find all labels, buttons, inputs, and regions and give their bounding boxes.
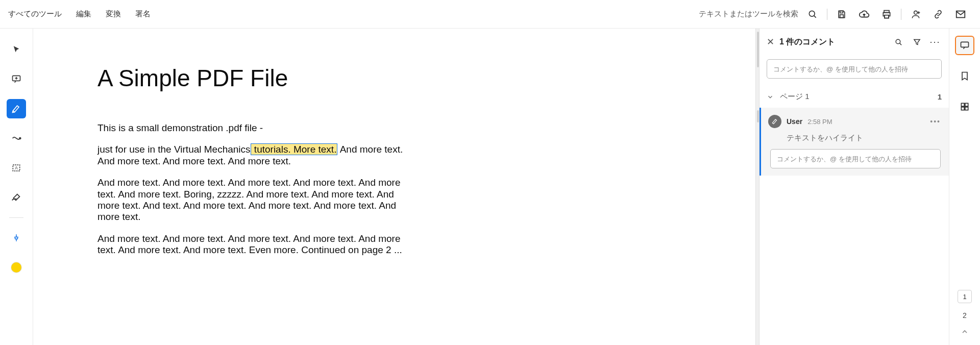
document-paragraph-1: This is a small demonstration .pdf file …	[97, 122, 414, 134]
select-tool-icon[interactable]	[7, 40, 26, 59]
top-toolbar: すべてのツール 編集 変換 署名 テキストまたはツールを検索	[0, 0, 980, 29]
svg-rect-19	[961, 103, 964, 106]
svg-line-17	[899, 43, 901, 45]
filter-icon[interactable]	[910, 35, 923, 48]
comment-more-icon[interactable]: •••	[930, 117, 941, 126]
svg-point-6	[914, 11, 918, 14]
document-paragraph-4: And more text. And more text. And more t…	[97, 233, 414, 256]
document-paragraph-2: just for use in the Virtual Mechanics tu…	[97, 144, 414, 167]
document-view[interactable]: A Simple PDF File This is a small demons…	[33, 29, 755, 345]
svg-point-16	[896, 39, 900, 44]
chevron-down-icon	[767, 93, 774, 101]
color-swatch[interactable]	[7, 258, 26, 277]
menu-convert[interactable]: 変換	[106, 9, 121, 19]
menu-edit[interactable]: 編集	[76, 9, 91, 19]
svg-rect-18	[961, 42, 969, 47]
current-page-chip[interactable]: 1	[958, 290, 972, 303]
chevron-up-icon[interactable]	[961, 328, 969, 336]
search-icon[interactable]	[804, 6, 821, 22]
thumbnails-icon[interactable]	[955, 97, 974, 116]
svg-point-13	[19, 138, 21, 139]
svg-rect-5	[885, 15, 889, 18]
draw-signature-tool-icon[interactable]	[7, 188, 26, 207]
comment-item[interactable]: User 2:58 PM ••• テキストをハイライト	[760, 108, 949, 176]
search-placeholder-text: テキストまたはツールを検索	[699, 9, 798, 19]
svg-rect-3	[840, 14, 844, 17]
cloud-upload-icon[interactable]	[856, 6, 872, 22]
mail-icon[interactable]	[952, 6, 969, 22]
comments-search-icon[interactable]	[892, 35, 905, 48]
print-icon[interactable]	[878, 6, 895, 22]
page-label: ページ 1	[780, 92, 810, 102]
svg-rect-21	[961, 107, 964, 110]
link-icon[interactable]	[930, 6, 946, 22]
comment-user: User	[787, 117, 802, 126]
comments-panel: ✕ 1 件のコメント ··· ページ 1 1	[760, 29, 949, 345]
svg-rect-20	[965, 103, 968, 106]
page-section-header[interactable]: ページ 1 1	[760, 87, 949, 107]
document-title: A Simple PDF File	[97, 64, 755, 92]
add-comment-icon[interactable]	[7, 69, 26, 89]
left-tool-column: A	[0, 29, 33, 345]
comment-reply-input[interactable]	[770, 149, 941, 168]
highlight-tool-icon[interactable]	[7, 99, 26, 118]
document-paragraph-3: And more text. And more text. And more t…	[97, 177, 414, 223]
svg-line-1	[814, 15, 816, 17]
svg-rect-2	[840, 11, 843, 13]
total-page-number: 2	[963, 311, 967, 319]
svg-rect-22	[965, 107, 968, 110]
pin-tool-icon[interactable]	[7, 228, 26, 248]
panel-splitter[interactable]	[755, 29, 760, 345]
more-options-icon[interactable]: ···	[928, 35, 942, 48]
share-user-icon[interactable]	[908, 6, 924, 22]
right-mini-rail: 1 2	[949, 29, 980, 345]
svg-point-0	[809, 11, 815, 16]
comment-action-label: テキストをハイライト	[787, 133, 941, 143]
comments-panel-title: 1 件のコメント	[779, 37, 887, 47]
text-box-tool-icon[interactable]: A	[7, 158, 26, 178]
highlighted-text[interactable]: tutorials. More text.	[251, 143, 338, 155]
bookmark-icon[interactable]	[955, 66, 974, 86]
comment-type-highlight-icon	[768, 115, 781, 128]
menu-all-tools[interactable]: すべてのツール	[8, 9, 62, 19]
svg-text:A: A	[15, 165, 18, 170]
comment-main-input[interactable]	[767, 59, 942, 79]
page-comment-count: 1	[938, 92, 942, 101]
comments-panel-toggle-icon[interactable]	[955, 36, 974, 55]
p2-pre-text: just for use in the Virtual Mechanics	[97, 144, 251, 155]
freeform-tool-icon[interactable]	[7, 129, 26, 148]
comment-time: 2:58 PM	[807, 118, 832, 126]
save-icon[interactable]	[834, 6, 850, 22]
close-panel-icon[interactable]: ✕	[767, 36, 774, 47]
menu-sign[interactable]: 署名	[135, 9, 151, 19]
